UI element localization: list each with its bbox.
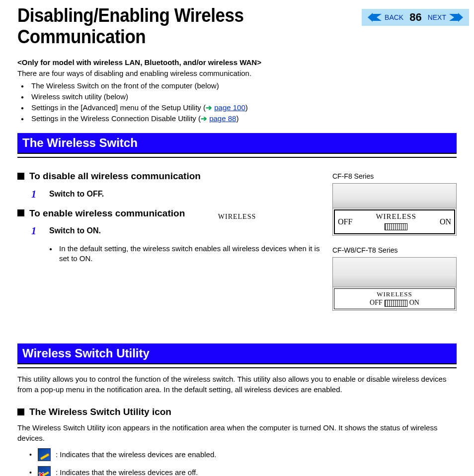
switch-icon [385, 300, 407, 307]
icon-item-enabled: • : Indicates that the wireless devices … [29, 448, 457, 461]
back-link[interactable]: BACK [385, 13, 403, 21]
next-link[interactable]: NEXT [428, 13, 446, 21]
arrow-icon: ➔ [206, 103, 212, 112]
nav-bar: BACK 86 NEXT [362, 9, 469, 26]
bullet-1: The Wireless Switch on the front of the … [17, 81, 457, 91]
diagram-cfw8: WIRELESS OFF ON [332, 257, 457, 311]
heading-disable: To disable all wireless communication [17, 170, 322, 183]
label-wireless: WIRELESS [337, 290, 452, 299]
back-arrow-icon[interactable] [368, 13, 382, 22]
page-title: Disabling/Enabling Wireless Communicatio… [17, 5, 334, 48]
page-100-link[interactable]: page 100 [214, 103, 245, 112]
step-text-off: Switch to OFF. [49, 188, 322, 201]
step-text-on: Switch to ON. [49, 224, 322, 238]
wireless-enabled-icon [38, 448, 51, 461]
heading-utility-icon: The Wireless Switch Utility icon [17, 406, 457, 418]
section-wireless-switch: The Wireless Switch [17, 133, 457, 153]
utility-description: This utility allows you to control the f… [17, 374, 457, 395]
bullet-3: Settings in the [Advanced] menu of the S… [17, 103, 457, 113]
icon-item-off: • : Indicates that the wireless devices … [29, 466, 457, 476]
intro-text: There are four ways of disabling and ena… [17, 68, 457, 78]
page-number: 86 [409, 11, 421, 24]
diagram-label-cff8: CF-F8 Series [332, 172, 457, 181]
section-wireless-utility: Wireless Switch Utility [17, 343, 457, 363]
step-number: 1 [31, 188, 49, 201]
svg-marker-1 [449, 13, 463, 22]
utility-icon-text: The Wireless Switch Utility icon appears… [17, 423, 457, 443]
step-number: 1 [31, 224, 49, 238]
diagram-cff8: OFF WIRELESS WIRELESS ON [332, 183, 457, 236]
diagram-label-cfw8: CF-W8/CF-T8 Series [332, 246, 457, 255]
wireless-off-icon [38, 466, 51, 476]
label-off: OFF [370, 298, 383, 308]
switch-icon [385, 223, 407, 230]
bullet-4: Settings in the Wireless Connection Disa… [17, 114, 457, 124]
default-note: In the default setting, the wireless swi… [49, 244, 322, 264]
svg-marker-0 [368, 13, 382, 22]
bullet-2: Wireless switch utility (below) [17, 92, 457, 102]
label-on: ON [409, 298, 419, 308]
arrow-icon: ➔ [201, 114, 207, 123]
next-arrow-icon[interactable] [449, 13, 463, 22]
model-note: <Only for model with wireless LAN, Bluet… [17, 58, 457, 68]
page-88-link[interactable]: page 88 [209, 114, 236, 123]
